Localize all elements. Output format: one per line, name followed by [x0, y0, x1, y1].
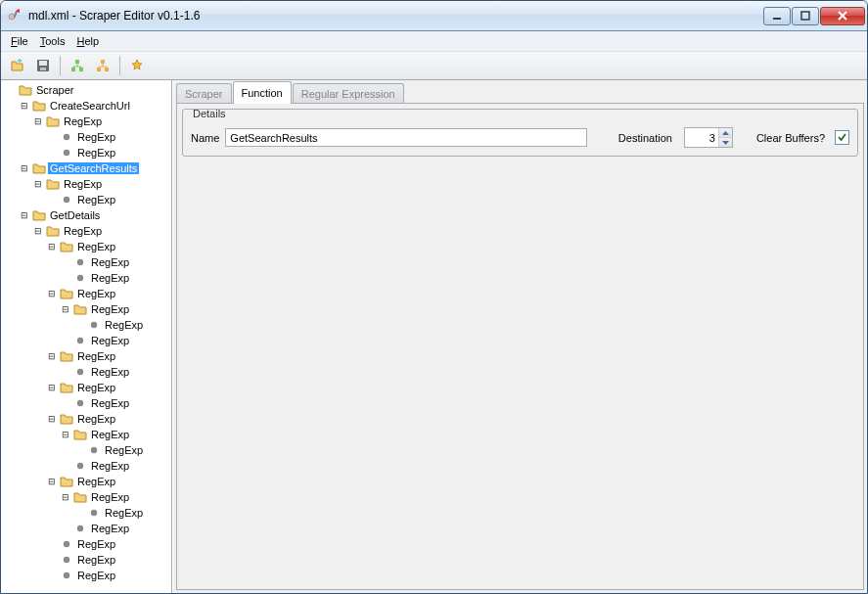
tree-item-regexp-leaf[interactable]: RegExp: [46, 536, 171, 552]
tab-function[interactable]: Function: [233, 81, 292, 104]
tab-regex[interactable]: Regular Expression: [293, 83, 404, 104]
tree-label: RegExp: [75, 382, 117, 393]
destination-spinner[interactable]: [684, 127, 733, 148]
node-icon: [87, 506, 101, 520]
tree-item-regexp[interactable]: ⊟RegExp: [46, 411, 171, 427]
tree-item-regexp-leaf[interactable]: RegExp: [46, 552, 171, 568]
tree-item-regexp[interactable]: ⊟RegExp: [32, 114, 171, 129]
save-button[interactable]: [31, 54, 55, 77]
collapse-icon[interactable]: ⊟: [46, 288, 58, 299]
collapse-icon[interactable]: ⊟: [46, 350, 58, 362]
tree-collapse-button[interactable]: [91, 54, 114, 77]
tree-item-regexp-leaf[interactable]: RegExp: [73, 442, 171, 458]
tree-root[interactable]: Scraper: [5, 82, 171, 98]
svg-rect-12: [105, 68, 109, 71]
collapse-icon[interactable]: ⊟: [32, 225, 44, 237]
collapse-icon[interactable]: ⊟: [60, 303, 71, 315]
node-icon: [73, 396, 87, 410]
destination-value[interactable]: [685, 129, 718, 146]
tree-item-regexp[interactable]: ⊟RegExp: [46, 239, 171, 254]
tree-item-regexp[interactable]: ⊟RegExp: [46, 380, 171, 395]
open-button[interactable]: [6, 54, 29, 77]
tree-label: RegExp: [89, 429, 131, 440]
collapse-icon[interactable]: ⊟: [46, 241, 58, 252]
tree-label: RegExp: [75, 147, 117, 159]
node-icon: [73, 255, 87, 269]
tree-item-regexp[interactable]: ⊟RegExp: [32, 176, 171, 192]
maximize-button[interactable]: [792, 7, 819, 25]
tree-item-regexp-leaf[interactable]: RegExp: [60, 333, 171, 348]
folder-icon: [73, 302, 87, 316]
tree-label: GetDetails: [48, 209, 102, 221]
tree-item-regexp-leaf[interactable]: RegExp: [73, 505, 171, 521]
tree-item-regexp-leaf[interactable]: RegExp: [60, 270, 171, 286]
clearbuffers-checkbox[interactable]: [835, 130, 849, 145]
collapse-icon[interactable]: ⊟: [60, 429, 71, 440]
spinner-down[interactable]: [718, 138, 732, 147]
tree-item-regexp[interactable]: ⊟RegExp: [32, 223, 171, 239]
tree-item-createsearchurl[interactable]: ⊟CreateSearchUrl: [19, 98, 171, 114]
toolbar-separator: [60, 56, 61, 75]
svg-rect-9: [79, 68, 83, 71]
clearbuffers-label: Clear Buffers?: [756, 132, 825, 144]
node-icon: [73, 522, 87, 535]
menu-tools[interactable]: Tools: [34, 33, 71, 49]
collapse-icon[interactable]: ⊟: [32, 178, 44, 190]
tree-label: RegExp: [89, 335, 131, 346]
collapse-icon[interactable]: ⊟: [32, 115, 44, 127]
svg-point-21: [77, 400, 83, 406]
tree-item-regexp[interactable]: ⊟RegExp: [46, 474, 171, 489]
collapse-icon[interactable]: ⊟: [46, 413, 58, 425]
toolbar: [1, 52, 867, 80]
editor-panel: Scraper Function Regular Expression Deta…: [172, 80, 867, 593]
folder-icon: [60, 240, 73, 253]
tree-item-getsearchresults[interactable]: ⊟GetSearchResults: [19, 160, 171, 176]
tab-scraper[interactable]: Scraper: [176, 83, 232, 104]
node-icon: [73, 334, 87, 347]
tree-panel[interactable]: Scraper⊟CreateSearchUrl⊟RegExpRegExpRegE…: [1, 80, 172, 593]
collapse-icon[interactable]: ⊟: [46, 476, 58, 487]
tree-item-regexp[interactable]: ⊟RegExp: [46, 286, 171, 301]
tree-item-getdetails[interactable]: ⊟GetDetails: [19, 207, 171, 223]
name-input[interactable]: [225, 128, 587, 147]
tree-item-regexp-leaf[interactable]: RegExp: [46, 129, 171, 145]
menubar: File Tools Help: [1, 31, 867, 52]
tree-label: RegExp: [75, 413, 117, 425]
collapse-icon[interactable]: ⊟: [60, 491, 71, 503]
tab-bar: Scraper Function Regular Expression: [176, 82, 864, 104]
svg-point-17: [77, 275, 83, 281]
minimize-button[interactable]: [763, 7, 791, 25]
node-icon: [73, 365, 87, 379]
tree-item-regexp[interactable]: ⊟RegExp: [60, 489, 171, 505]
star-button[interactable]: [125, 54, 149, 77]
folder-icon: [32, 208, 46, 222]
tree-item-regexp-leaf[interactable]: RegExp: [60, 254, 171, 270]
tree-item-regexp-leaf[interactable]: RegExp: [46, 568, 171, 583]
folder-icon: [73, 490, 87, 504]
collapse-icon[interactable]: ⊟: [19, 209, 30, 221]
collapse-icon[interactable]: ⊟: [19, 100, 30, 112]
menu-file[interactable]: File: [5, 33, 34, 49]
tree-label: RegExp: [103, 507, 145, 519]
menu-help[interactable]: Help: [70, 33, 105, 49]
titlebar[interactable]: mdl.xml - Scraper Editor v0.1-1.6: [1, 1, 867, 31]
spinner-up[interactable]: [718, 128, 732, 138]
tree-item-regexp-leaf[interactable]: RegExp: [60, 395, 171, 411]
tree-item-regexp-leaf[interactable]: RegExp: [60, 458, 171, 474]
tree-item-regexp-leaf[interactable]: RegExp: [73, 317, 171, 333]
collapse-icon[interactable]: ⊟: [19, 162, 30, 174]
collapse-icon[interactable]: ⊟: [46, 382, 58, 393]
folder-icon: [60, 381, 73, 394]
tree-item-regexp-leaf[interactable]: RegExp: [60, 521, 171, 536]
svg-point-18: [91, 322, 97, 328]
close-button[interactable]: [820, 7, 865, 25]
tree-item-regexp-leaf[interactable]: RegExp: [60, 364, 171, 380]
tree-item-regexp[interactable]: ⊟RegExp: [60, 427, 171, 442]
svg-rect-5: [39, 61, 47, 66]
tree-item-regexp-leaf[interactable]: RegExp: [46, 192, 171, 207]
tree-item-regexp[interactable]: ⊟RegExp: [60, 301, 171, 317]
tree-item-regexp[interactable]: ⊟RegExp: [46, 348, 171, 364]
tree-expand-button[interactable]: [66, 54, 89, 77]
tree-item-regexp-leaf[interactable]: RegExp: [46, 145, 171, 160]
tree-label: RegExp: [75, 288, 117, 299]
